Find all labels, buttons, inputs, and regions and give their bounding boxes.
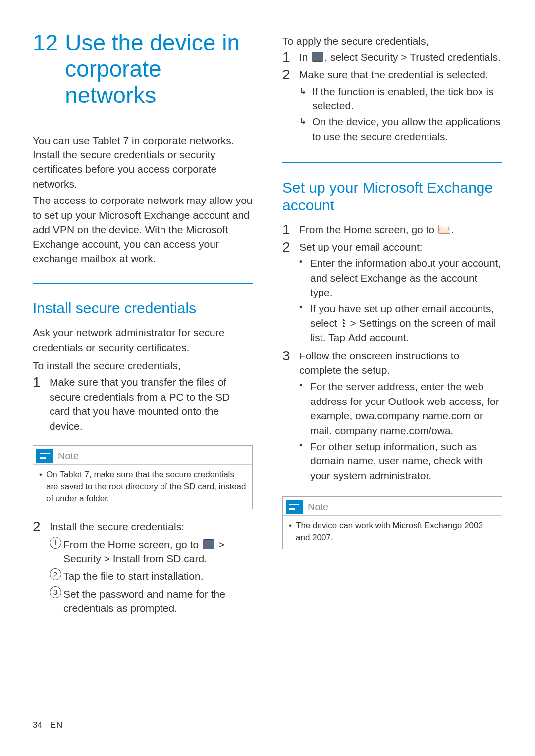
apply-subhead: To apply the secure credentials,	[282, 34, 502, 48]
note-text: The device can work with Microsft Exchan…	[296, 520, 497, 544]
note-text: On Tablet 7, make sure that the secure c…	[46, 469, 247, 504]
overflow-menu-icon	[342, 319, 345, 328]
exchange-step2: Set up your email account:	[299, 241, 423, 252]
apply-steps: 1 In , select Security > Trusted credent…	[282, 50, 502, 145]
step-number: 2	[282, 240, 299, 347]
section-divider	[282, 162, 502, 163]
exchange-step3: Follow the onscreen instructions to comp…	[299, 350, 459, 376]
exchange-steps: 1 From the Home screen, go to . 2 Set up…	[282, 222, 502, 484]
note-icon	[36, 449, 53, 463]
left-column: 12 Use the device in corporate networks …	[33, 30, 253, 621]
page-language: EN	[51, 720, 63, 730]
step-number: 1	[282, 50, 299, 65]
section-install-title: Install secure credentials	[33, 300, 253, 317]
step-number: 3	[282, 349, 299, 485]
substep-2: Tap the file to start installation.	[63, 569, 253, 583]
exchange-step1: From the Home screen, go to .	[299, 222, 502, 238]
chapter-number: 12	[33, 30, 58, 56]
exchange-s3b2: For other setup information, such as dom…	[310, 439, 502, 483]
chapter-title: Use the device in corporate networks	[65, 30, 253, 108]
circled-3-icon: 3	[50, 586, 61, 598]
settings-app-icon	[312, 52, 323, 62]
result-arrow-icon: ↳	[299, 84, 312, 113]
install-steps-cont: 2 Install the secure credentials: 1 From…	[33, 519, 253, 618]
exchange-s3b1: For the server address, enter the web ad…	[310, 379, 502, 438]
section-divider	[33, 283, 253, 284]
install-lead: Ask your network administrator for secur…	[33, 325, 253, 354]
apply-result2: On the device, you allow the application…	[312, 114, 502, 144]
install-step1: Make sure that you transfer the files of…	[50, 375, 253, 433]
apply-step2: Make sure that the credential is selecte…	[299, 69, 488, 80]
apply-result1: If the function is enabled, the tick box…	[312, 84, 502, 113]
install-step2-intro: Install the secure credentials:	[50, 521, 184, 532]
apply-step1: In , select Security > Trusted credentia…	[299, 50, 502, 65]
step-number: 2	[33, 519, 50, 618]
exchange-b2: If you have set up other email accounts,…	[310, 302, 502, 345]
page-footer: 34 EN	[33, 719, 63, 731]
settings-app-icon	[203, 539, 214, 549]
circled-1-icon: 1	[50, 537, 61, 549]
intro-p2: The access to corporate network may allo…	[33, 193, 253, 266]
substep-3: Set the password and name for the creden…	[63, 587, 253, 616]
chapter-heading: 12 Use the device in corporate networks	[33, 30, 253, 108]
step-number: 1	[33, 375, 50, 433]
install-steps: 1 Make sure that you transfer the files …	[33, 375, 253, 433]
install-subhead: To install the secure credentials,	[33, 358, 253, 373]
mail-app-icon	[438, 225, 450, 234]
substep-1: From the Home screen, go to > Security >…	[63, 537, 253, 566]
step-number: 1	[282, 222, 299, 238]
note-box: Note •The device can work with Microsft …	[282, 496, 502, 549]
note-label: Note	[308, 500, 328, 514]
step-number: 2	[282, 67, 299, 145]
circled-2-icon: 2	[50, 568, 61, 580]
page-number: 34	[33, 720, 42, 730]
result-arrow-icon: ↳	[299, 114, 312, 144]
intro-p1: You can use Tablet 7 in corporate networ…	[33, 133, 253, 192]
note-label: Note	[58, 449, 79, 463]
section-exchange-title: Set up your Microsoft Exchange account	[282, 179, 502, 214]
note-icon	[286, 500, 303, 514]
note-box: Note • On Tablet 7, make sure that the s…	[33, 445, 253, 509]
exchange-b1: Enter the information about your account…	[310, 256, 502, 300]
right-column: To apply the secure credentials, 1 In , …	[282, 30, 502, 621]
